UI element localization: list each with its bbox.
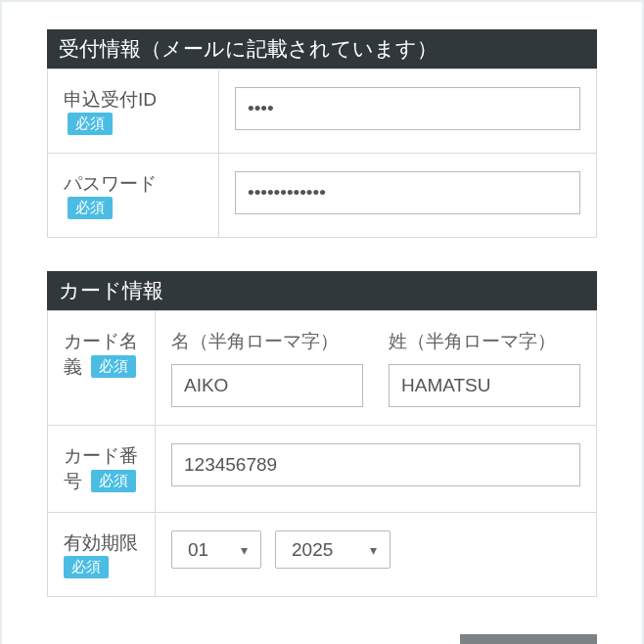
expiry-month-wrap: 01: [171, 530, 261, 569]
reception-table: 申込受付ID 必須 パスワード 必須: [47, 69, 597, 238]
required-badge: 必須: [68, 113, 113, 135]
password-input-cell: [219, 154, 597, 238]
password-label: パスワード: [64, 173, 157, 194]
expiry-label-cell: 有効期限 必須: [48, 513, 156, 597]
password-input[interactable]: [235, 171, 580, 214]
footer-row: 確認画面へ: [47, 634, 597, 644]
card-section-header: カード情報: [47, 271, 597, 310]
first-name-col: 名（半角ローマ字）: [171, 329, 363, 407]
card-name-label-cell: カード名義 必須: [48, 311, 156, 426]
form-container: 受付情報（メールに記載されています） 申込受付ID 必須 パスワード 必須 カー…: [0, 0, 644, 644]
first-name-input[interactable]: [171, 364, 363, 407]
expiry-month-select[interactable]: 01: [171, 530, 261, 569]
first-name-heading: 名（半角ローマ字）: [171, 329, 363, 354]
expiry-year-select[interactable]: 2025: [275, 530, 391, 569]
required-badge: 必須: [68, 197, 113, 219]
last-name-heading: 姓（半角ローマ字）: [389, 329, 580, 354]
table-row: カード名義 必須 名（半角ローマ字） 姓（半角ローマ字）: [48, 311, 597, 426]
required-badge: 必須: [91, 355, 136, 378]
reception-id-label-cell: 申込受付ID 必須: [48, 69, 219, 154]
required-badge: 必須: [91, 470, 136, 492]
expiry-year-wrap: 2025: [275, 530, 391, 569]
card-number-label-cell: カード番号 必須: [48, 426, 156, 513]
required-badge: 必須: [64, 556, 109, 578]
expiry-input-cell: 01 2025: [156, 513, 597, 597]
last-name-input[interactable]: [389, 364, 580, 407]
table-row: 有効期限 必須 01 2025: [48, 513, 597, 597]
reception-id-label: 申込受付ID: [64, 89, 157, 110]
password-label-cell: パスワード 必須: [48, 154, 219, 238]
confirm-button[interactable]: 確認画面へ: [460, 634, 597, 644]
reception-section-header: 受付情報（メールに記載されています）: [47, 29, 597, 69]
last-name-col: 姓（半角ローマ字）: [389, 329, 580, 407]
card-number-input-cell: [156, 426, 597, 513]
reception-id-input-cell: [219, 69, 597, 154]
card-table: カード名義 必須 名（半角ローマ字） 姓（半角ローマ字） カード番号: [47, 310, 597, 597]
reception-id-input[interactable]: [235, 87, 580, 130]
table-row: カード番号 必須: [48, 426, 597, 513]
table-row: 申込受付ID 必須: [48, 69, 597, 154]
expiry-label: 有効期限: [64, 532, 138, 553]
card-name-input-cell: 名（半角ローマ字） 姓（半角ローマ字）: [156, 311, 597, 426]
card-number-input[interactable]: [171, 443, 580, 486]
table-row: パスワード 必須: [48, 154, 597, 238]
